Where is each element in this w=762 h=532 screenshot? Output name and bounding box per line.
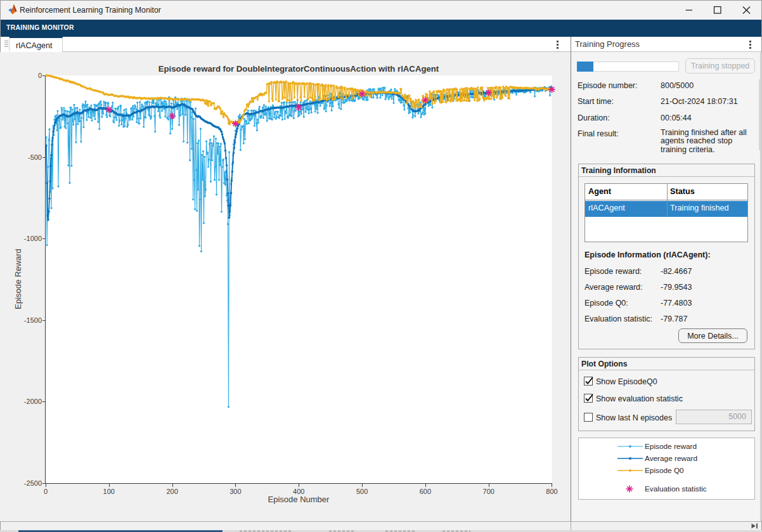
svg-text:200: 200 (166, 488, 178, 495)
svg-text:Evaluation statistic: Evaluation statistic (645, 484, 707, 493)
svg-text:-1000: -1000 (24, 235, 42, 242)
svg-text:600: 600 (420, 488, 431, 495)
svg-text:Episode Number: Episode Number (268, 495, 330, 504)
svg-text:100: 100 (103, 488, 115, 495)
svg-text:0: 0 (38, 72, 42, 79)
svg-text:-2000: -2000 (24, 398, 42, 405)
svg-text:-2500: -2500 (24, 479, 42, 487)
svg-text:300: 300 (229, 488, 241, 495)
svg-text:Average reward: Average reward (645, 454, 697, 463)
svg-text:700: 700 (483, 488, 494, 495)
svg-text:Episode reward for DoubleInteg: Episode reward for DoubleIntegratorConti… (158, 64, 439, 74)
svg-text:500: 500 (356, 488, 368, 495)
svg-text:Episode reward: Episode reward (645, 442, 697, 451)
svg-text:-500: -500 (28, 153, 42, 161)
svg-text:Episode Q0: Episode Q0 (645, 466, 684, 475)
svg-text:800: 800 (546, 488, 557, 495)
svg-text:Episode Reward: Episode Reward (13, 249, 23, 309)
svg-text:-1500: -1500 (24, 316, 42, 324)
svg-text:0: 0 (44, 488, 48, 495)
